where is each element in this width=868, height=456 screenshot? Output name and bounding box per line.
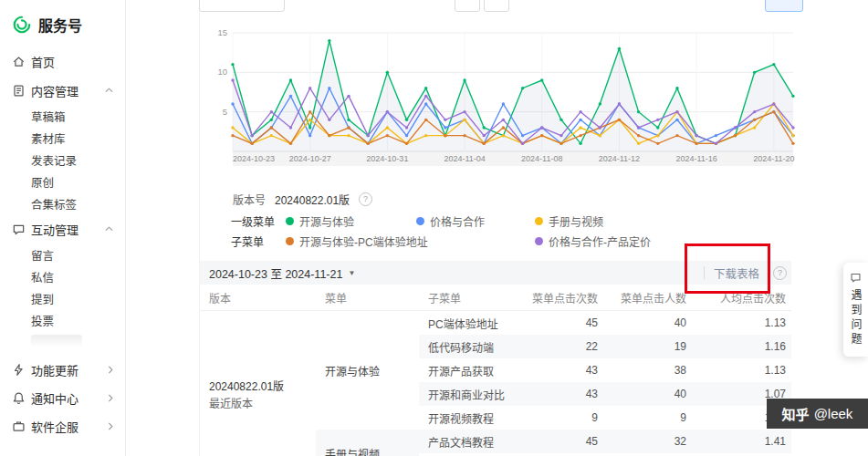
toolbar-button-cropped-2[interactable] xyxy=(455,0,480,12)
date-range-dropdown-icon[interactable]: ▼ xyxy=(348,269,355,277)
sidebar-item-label: 软件企服 xyxy=(31,418,78,435)
menu-stats-table: 版本菜单子菜单菜单点击次数菜单点击人数人均点击次数20240822.01版最近版… xyxy=(200,285,791,456)
table-help-icon[interactable]: ? xyxy=(773,266,787,280)
date-range-value[interactable]: 2024-10-23 至 2024-11-21 xyxy=(209,264,342,282)
sidebar-item-2[interactable]: 草稿箱 xyxy=(0,105,125,127)
sidebar-item-8[interactable]: 留言 xyxy=(0,244,125,265)
bolt-icon xyxy=(12,363,26,377)
svg-text:2024-10-31: 2024-10-31 xyxy=(366,154,408,163)
doc-icon xyxy=(12,84,26,98)
watermark: 知乎 @leek xyxy=(767,399,868,429)
submenu-cell: 产品文档教程 xyxy=(419,430,528,453)
chevron-up-icon xyxy=(105,226,113,232)
feedback-chat-icon xyxy=(850,272,862,284)
version-help-icon[interactable]: ? xyxy=(359,192,372,206)
sidebar-item-13[interactable]: 通知中心 xyxy=(0,384,125,412)
avg-cell: 1.41 xyxy=(692,430,791,453)
avg-cell: 1.13 xyxy=(692,358,791,382)
sidebar-item-label: 功能更新 xyxy=(31,361,78,378)
legend-label: 开源与体验 xyxy=(299,213,354,229)
menu-cell: 开源与体验 xyxy=(316,311,419,430)
chevron-right-icon xyxy=(108,366,113,374)
sidebar-item-12[interactable]: 功能更新 xyxy=(0,356,125,384)
submenu-cell: 低代码移动端 xyxy=(419,335,528,358)
clicks-cell: 43 xyxy=(528,382,603,406)
legend-row-sub: 子菜单开源与体验-PC端体验地址价格与合作-产品定价 xyxy=(200,230,804,250)
sidebar-item-3[interactable]: 素材库 xyxy=(0,127,125,149)
legend-swatch xyxy=(286,217,294,225)
brand-name: 服务号 xyxy=(38,14,82,36)
version-value: 20240822.01版 xyxy=(275,192,350,207)
divider xyxy=(704,266,705,279)
legend-swatch xyxy=(416,217,424,225)
sidebar-item-4[interactable]: 发表记录 xyxy=(0,149,125,171)
sidebar-item-9[interactable]: 私信 xyxy=(0,265,125,287)
download-table-button[interactable]: 下载表格 xyxy=(714,264,759,282)
clicks-cell: 45 xyxy=(528,430,603,453)
svg-text:2024-10-23: 2024-10-23 xyxy=(233,154,275,163)
column-header: 菜单 xyxy=(316,285,419,311)
svg-text:2024-11-08: 2024-11-08 xyxy=(521,154,562,163)
sidebar-nav: 首页内容管理草稿箱素材库发表记录原创合集标签互动管理留言私信提到投票 xyxy=(0,47,125,347)
sidebar-item-14[interactable]: 软件企服 xyxy=(0,412,125,440)
sidebar-item-11[interactable]: 投票 xyxy=(0,309,125,331)
sidebar-item-label: 投票 xyxy=(31,312,54,329)
line-chart-svg: 510152024-10-232024-10-272024-10-312024-… xyxy=(200,7,804,173)
sidebar-item-10[interactable]: 提到 xyxy=(0,287,125,309)
sidebar-item-6[interactable]: 合集标签 xyxy=(0,192,125,214)
column-header: 菜单点击次数 xyxy=(528,285,603,311)
avg-cell: 1.13 xyxy=(692,311,791,336)
sidebar-item-label: 留言 xyxy=(31,246,54,264)
svg-text:15: 15 xyxy=(217,27,227,37)
submenu-cell: PC端体验地址 xyxy=(419,311,528,336)
svg-text:10: 10 xyxy=(217,67,227,77)
sidebar-item-5[interactable]: 原创 xyxy=(0,171,125,192)
users-cell: 19 xyxy=(603,335,692,358)
sidebar-item-label: 互动管理 xyxy=(31,221,78,238)
sidebar-footer-nav: 功能更新通知中心软件企服 xyxy=(0,356,125,440)
clicks-cell: 22 xyxy=(528,335,603,358)
submenu-cell: 开源产品获取 xyxy=(419,358,528,382)
legend-item[interactable]: 价格与合作-产品定价 xyxy=(535,233,651,249)
legend-item[interactable]: 开源与体验 xyxy=(286,213,354,229)
menu-cell: 手册与视频 xyxy=(316,430,419,456)
chat-icon xyxy=(12,223,26,236)
home-icon xyxy=(12,55,26,68)
sidebar-item-label: 内容管理 xyxy=(31,82,78,99)
sidebar-item-0[interactable]: 首页 xyxy=(0,47,125,76)
legend-row-primary: 一级菜单开源与体验价格与合作手册与视频 xyxy=(200,210,804,230)
sidebar-item-label: 素材库 xyxy=(31,130,66,147)
menu-analysis-chart: 510152024-10-232024-10-272024-10-312024-… xyxy=(200,7,804,173)
legend-item[interactable]: 开源与体验-PC端体验地址 xyxy=(286,233,428,249)
legend-label: 价格与合作 xyxy=(430,213,485,229)
brand[interactable]: 服务号 xyxy=(0,0,125,47)
sidebar-item-label: 通知中心 xyxy=(31,389,78,407)
svg-text:2024-11-16: 2024-11-16 xyxy=(675,154,716,163)
submenu-cell: 开源视频教程 xyxy=(419,406,528,430)
download-area: 下载表格 xyxy=(704,261,759,285)
feedback-widget[interactable]: 遇到问题 xyxy=(843,263,868,357)
sidebar-item-label: 原创 xyxy=(31,173,54,191)
column-header: 人均点击次数 xyxy=(692,285,791,311)
watermark-handle: @leek xyxy=(814,406,853,421)
feedback-label: 遇到问题 xyxy=(848,289,863,347)
toolbar-button-cropped-3[interactable] xyxy=(484,0,509,12)
column-header: 版本 xyxy=(200,285,316,311)
version-label: 版本号 xyxy=(233,192,266,207)
version-row: 版本号 20240822.01版 ? xyxy=(233,190,372,208)
legend-swatch xyxy=(535,217,543,225)
users-cell: 38 xyxy=(603,358,692,382)
users-cell: 9 xyxy=(603,406,692,430)
toolbar-button-cropped-4[interactable] xyxy=(765,0,803,12)
chevron-up-icon xyxy=(105,88,113,93)
sidebar-item-7[interactable]: 互动管理 xyxy=(0,214,125,244)
sidebar-item-1[interactable]: 内容管理 xyxy=(0,76,125,105)
toolbar-button-cropped-1[interactable] xyxy=(199,0,285,12)
legend-item[interactable]: 价格与合作 xyxy=(416,213,485,229)
clicks-cell: 43 xyxy=(528,358,603,382)
chevron-right-icon xyxy=(108,394,113,402)
legend-label: 价格与合作-产品定价 xyxy=(549,233,651,249)
legend-item[interactable]: 手册与视频 xyxy=(535,213,603,229)
sidebar-item-label: 提到 xyxy=(31,290,54,307)
main-content: 510152024-10-232024-10-272024-10-312024-… xyxy=(199,0,804,456)
